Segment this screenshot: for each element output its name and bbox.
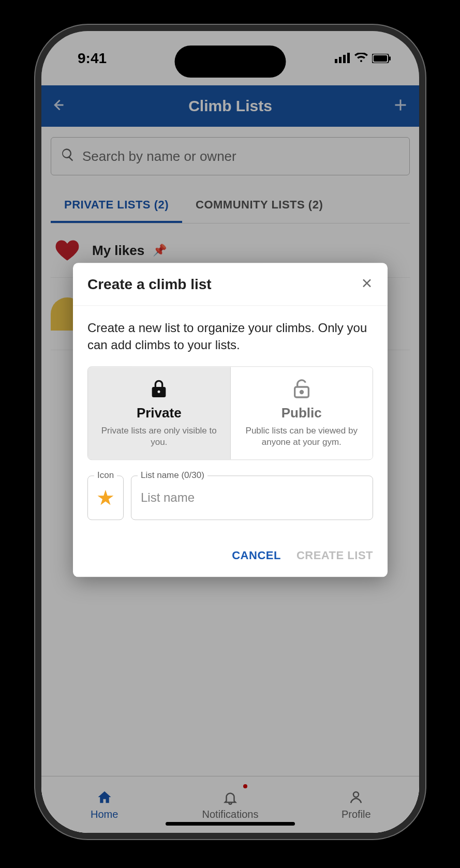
option-public[interactable]: Public Public lists can be viewed by any… bbox=[230, 367, 373, 459]
option-public-title: Public bbox=[238, 405, 366, 421]
modal-header: Create a climb list bbox=[73, 263, 388, 306]
close-icon[interactable] bbox=[361, 276, 373, 293]
create-list-button[interactable]: CREATE LIST bbox=[296, 549, 373, 562]
option-public-subtitle: Public lists can be viewed by anyone at … bbox=[238, 425, 366, 448]
create-list-modal: Create a climb list Create a new list to… bbox=[73, 263, 388, 577]
list-name-input[interactable] bbox=[141, 490, 363, 505]
option-private-title: Private bbox=[95, 405, 223, 421]
modal-body: Create a new list to organize your climb… bbox=[73, 306, 388, 531]
lock-open-icon bbox=[291, 392, 312, 400]
phone-frame: 9:41 Climb Lists Search by bbox=[41, 31, 419, 833]
modal-title: Create a climb list bbox=[87, 276, 212, 293]
icon-picker[interactable]: Icon ★ bbox=[87, 475, 124, 520]
modal-actions: CANCEL CREATE LIST bbox=[73, 531, 388, 577]
icon-field-label: Icon bbox=[94, 470, 117, 481]
star-icon: ★ bbox=[96, 486, 115, 510]
list-name-field[interactable]: List name (0/30) bbox=[131, 475, 373, 520]
visibility-toggle: Private Private lists are only visible t… bbox=[87, 366, 373, 460]
option-private-subtitle: Private lists are only visible to you. bbox=[95, 425, 223, 448]
option-private[interactable]: Private Private lists are only visible t… bbox=[88, 367, 230, 459]
cancel-button[interactable]: CANCEL bbox=[232, 549, 281, 562]
lock-closed-icon bbox=[149, 392, 169, 400]
svg-point-8 bbox=[300, 391, 303, 393]
name-field-label: List name (0/30) bbox=[138, 470, 207, 481]
modal-description: Create a new list to organize your climb… bbox=[87, 319, 373, 354]
